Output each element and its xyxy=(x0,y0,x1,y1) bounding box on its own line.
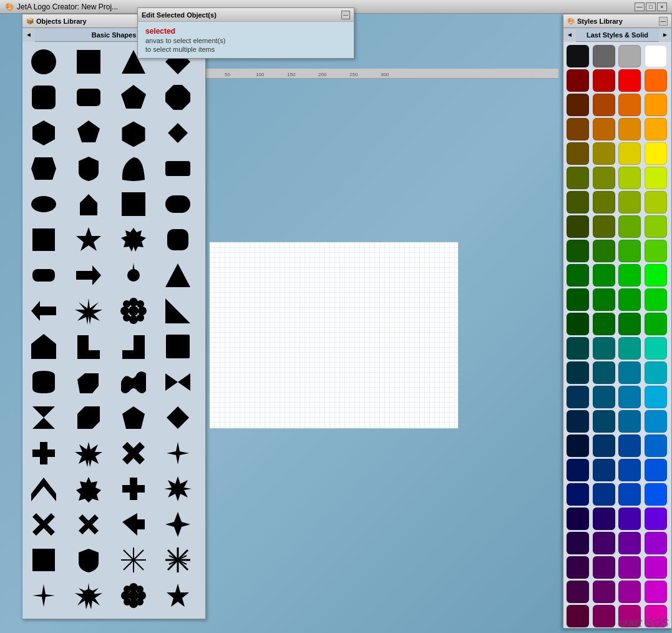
color-swatch-9[interactable] xyxy=(593,94,615,116)
shape-pentagon-2[interactable] xyxy=(70,115,107,150)
color-swatch-27[interactable] xyxy=(645,191,667,213)
color-swatch-24[interactable] xyxy=(567,191,589,213)
color-swatch-93[interactable] xyxy=(593,605,615,627)
color-swatch-16[interactable] xyxy=(567,142,589,165)
canvas-workspace[interactable] xyxy=(209,242,459,429)
shape-arrow-shape[interactable] xyxy=(115,507,152,541)
color-swatch-20[interactable] xyxy=(567,167,589,189)
color-swatch-8[interactable] xyxy=(567,94,589,116)
color-swatch-40[interactable] xyxy=(567,288,589,311)
color-swatch-72[interactable] xyxy=(567,483,589,506)
color-swatch-18[interactable] xyxy=(618,142,641,165)
color-swatch-43[interactable] xyxy=(645,288,667,311)
color-swatch-52[interactable] xyxy=(567,361,589,384)
styles-nav-right[interactable]: ► xyxy=(659,28,671,42)
color-swatch-70[interactable] xyxy=(618,459,641,481)
color-swatch-2[interactable] xyxy=(618,45,641,67)
shape-star-burst-2[interactable] xyxy=(70,436,107,470)
shape-irregular-2[interactable] xyxy=(70,365,107,399)
color-swatch-49[interactable] xyxy=(593,337,615,360)
shape-burst[interactable] xyxy=(70,578,107,612)
styles-library-close[interactable]: — xyxy=(659,17,668,26)
color-swatch-33[interactable] xyxy=(593,240,615,262)
color-swatch-21[interactable] xyxy=(593,167,615,189)
color-swatch-63[interactable] xyxy=(645,410,667,433)
color-swatch-76[interactable] xyxy=(567,508,589,530)
color-swatch-66[interactable] xyxy=(618,434,641,457)
shape-x-cross[interactable] xyxy=(25,507,62,541)
color-swatch-68[interactable] xyxy=(567,459,589,481)
color-swatch-29[interactable] xyxy=(593,215,615,238)
color-swatch-4[interactable] xyxy=(567,69,589,92)
color-swatch-0[interactable] xyxy=(567,45,589,67)
color-swatch-77[interactable] xyxy=(593,508,615,530)
shape-arrow-left[interactable] xyxy=(25,293,62,328)
shape-wavy[interactable] xyxy=(115,365,152,399)
color-swatch-15[interactable] xyxy=(645,118,667,140)
shape-x-cross-2[interactable] xyxy=(70,507,107,541)
shape-arrow-right[interactable] xyxy=(70,258,107,292)
shape-ellipse[interactable] xyxy=(25,187,62,221)
color-swatch-6[interactable] xyxy=(618,69,641,92)
shape-pentagon-3[interactable] xyxy=(115,400,152,434)
color-swatch-75[interactable] xyxy=(645,483,667,506)
color-swatch-5[interactable] xyxy=(593,69,615,92)
color-swatch-78[interactable] xyxy=(618,508,641,530)
shape-concave-rect[interactable] xyxy=(159,329,197,363)
color-swatch-32[interactable] xyxy=(567,240,589,262)
shape-pentagon-1[interactable] xyxy=(115,80,152,114)
color-swatch-48[interactable] xyxy=(567,337,589,360)
color-swatch-83[interactable] xyxy=(645,532,667,554)
shape-bowtie[interactable] xyxy=(159,365,197,399)
shape-star-6-2[interactable] xyxy=(25,614,62,619)
color-swatch-57[interactable] xyxy=(593,386,615,408)
shape-irregular-hex[interactable] xyxy=(25,151,62,185)
close-button[interactable]: × xyxy=(657,2,667,11)
color-swatch-71[interactable] xyxy=(645,459,667,481)
shape-asterisk-2[interactable] xyxy=(115,614,152,619)
shape-wide-rect[interactable] xyxy=(159,151,197,185)
shape-star-5-2[interactable] xyxy=(159,578,197,612)
color-swatch-19[interactable] xyxy=(645,142,667,165)
color-swatch-92[interactable] xyxy=(567,605,589,627)
color-swatch-17[interactable] xyxy=(593,142,615,165)
shape-triangle-2[interactable] xyxy=(159,614,197,619)
color-swatch-36[interactable] xyxy=(567,264,589,287)
color-swatch-13[interactable] xyxy=(593,118,615,140)
color-swatch-28[interactable] xyxy=(567,215,589,238)
color-swatch-73[interactable] xyxy=(593,483,615,506)
shape-star-4[interactable] xyxy=(159,507,197,541)
color-swatch-25[interactable] xyxy=(593,191,615,213)
color-swatch-26[interactable] xyxy=(618,191,641,213)
color-swatch-12[interactable] xyxy=(567,118,589,140)
shape-octagon[interactable] xyxy=(159,80,197,114)
shape-flare[interactable] xyxy=(159,436,197,470)
shape-rounded-square[interactable] xyxy=(25,80,62,114)
color-swatch-42[interactable] xyxy=(618,288,641,311)
shape-pill[interactable] xyxy=(159,187,197,221)
shape-flower[interactable] xyxy=(115,293,152,328)
shape-sun-burst[interactable] xyxy=(70,614,107,619)
color-swatch-44[interactable] xyxy=(567,313,589,335)
color-swatch-58[interactable] xyxy=(618,386,641,408)
color-swatch-38[interactable] xyxy=(618,264,641,287)
color-swatch-87[interactable] xyxy=(645,556,667,579)
color-swatch-85[interactable] xyxy=(593,556,615,579)
shape-cube[interactable] xyxy=(115,115,152,150)
color-swatch-37[interactable] xyxy=(593,264,615,287)
shape-square[interactable] xyxy=(70,44,107,79)
color-swatch-3[interactable] xyxy=(645,45,667,67)
color-swatch-23[interactable] xyxy=(645,167,667,189)
shape-star-6pt[interactable] xyxy=(159,471,197,506)
color-swatch-22[interactable] xyxy=(618,167,641,189)
color-swatch-65[interactable] xyxy=(593,434,615,457)
objects-nav-left[interactable]: ◄ xyxy=(22,28,35,42)
color-swatch-90[interactable] xyxy=(618,581,641,603)
color-swatch-74[interactable] xyxy=(618,483,641,506)
shape-x-shape[interactable] xyxy=(115,436,152,470)
shape-badge[interactable] xyxy=(70,471,107,506)
color-swatch-34[interactable] xyxy=(618,240,641,262)
shape-circle[interactable] xyxy=(25,44,62,79)
color-swatch-39[interactable] xyxy=(645,264,667,287)
color-swatch-14[interactable] xyxy=(618,118,641,140)
